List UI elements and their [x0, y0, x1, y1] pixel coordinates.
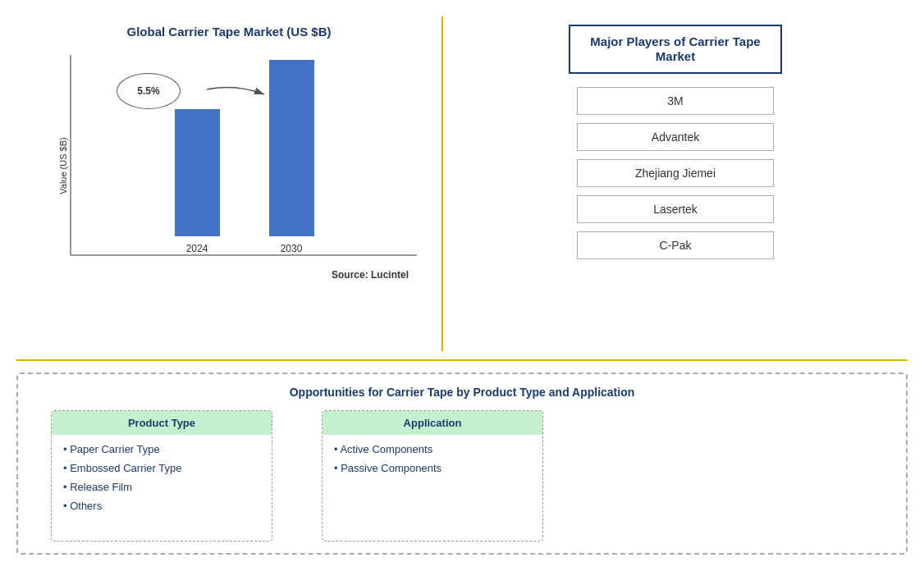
app-item-2: • Passive Components — [334, 462, 531, 474]
bar-2024 — [175, 109, 220, 236]
y-axis-label: Value (US $B) — [58, 137, 68, 194]
players-area: Major Players of Carrier Tape Market 3M … — [443, 16, 908, 351]
chart-wrapper: Value (US $B) 2024 2030 — [33, 47, 425, 285]
players-title-box: Major Players of Carrier Tape Market — [569, 25, 782, 74]
player-box-zhejiang: Zhejiang Jiemei — [577, 159, 774, 187]
player-box-lasertek: Lasertek — [577, 195, 774, 223]
source-text: Source: Lucintel — [332, 269, 409, 281]
player-name-3m: 3M — [667, 94, 683, 107]
player-box-cpak: C-Pak — [577, 231, 774, 259]
bottom-section-title: Opportunities for Carrier Tape by Produc… — [34, 386, 890, 399]
bottom-columns: Product Type • Paper Carrier Type • Embo… — [34, 410, 890, 542]
bar-label-2024: 2024 — [186, 243, 208, 254]
chart-title: Global Carrier Tape Market (US $B) — [33, 25, 425, 39]
bottom-section: Opportunities for Carrier Tape by Produc… — [16, 372, 908, 555]
product-item-2: • Embossed Carrier Type — [63, 462, 260, 474]
bar-group-2030: 2030 — [269, 60, 314, 254]
bar-2030 — [269, 60, 314, 236]
product-item-4: • Others — [63, 500, 260, 512]
players-title: Major Players of Carrier Tape Market — [590, 34, 760, 63]
player-name-cpak: C-Pak — [660, 239, 692, 252]
cagr-bubble: 5.5% — [117, 73, 181, 109]
application-header: Application — [322, 411, 542, 435]
bar-group-2024: 2024 — [175, 109, 220, 254]
player-name-lasertek: Lasertek — [653, 203, 698, 216]
product-type-header: Product Type — [52, 411, 272, 435]
player-name-zhejiang: Zhejiang Jiemei — [635, 167, 716, 180]
app-item-1: • Active Components — [334, 443, 531, 455]
player-box-3m: 3M — [577, 87, 774, 115]
player-box-advantek: Advantek — [577, 123, 774, 151]
product-item-1: • Paper Carrier Type — [63, 443, 260, 455]
product-item-3: • Release Film — [63, 481, 260, 493]
chart-inner: 2024 2030 5.5% — [70, 55, 417, 256]
chart-area: Global Carrier Tape Market (US $B) Value… — [16, 16, 443, 351]
player-name-advantek: Advantek — [652, 130, 699, 144]
application-items: • Active Components • Passive Components — [322, 443, 542, 474]
product-type-items: • Paper Carrier Type • Embossed Carrier … — [52, 443, 272, 512]
bar-label-2030: 2030 — [281, 243, 303, 254]
application-col: Application • Active Components • Passiv… — [322, 410, 543, 542]
product-type-col: Product Type • Paper Carrier Type • Embo… — [51, 410, 272, 542]
main-container: Global Carrier Tape Market (US $B) Value… — [0, 0, 924, 585]
top-section: Global Carrier Tape Market (US $B) Value… — [16, 16, 908, 361]
